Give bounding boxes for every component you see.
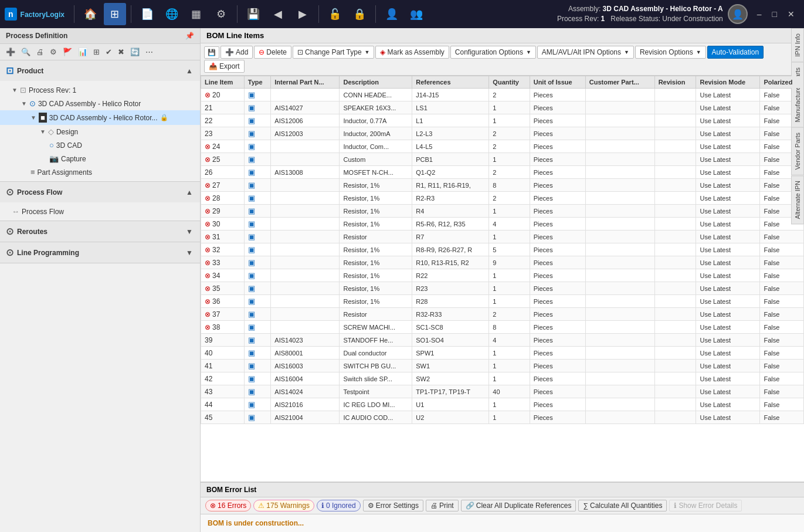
tab-alternate-ipn[interactable]: Alternate IPN [791,175,804,224]
lock-button[interactable]: 🔒 [348,3,371,25]
col-type[interactable]: Type [244,76,271,89]
table-row[interactable]: 39 ▣ AIS14023 STANDOFF He... SO1-SO4 4 P… [201,334,804,347]
close-button[interactable]: ✕ [783,7,799,21]
table-row[interactable]: ⊗ 35 ▣ Resistor, 1% R23 1 Pieces Use Lat… [201,282,804,295]
tree-process-rev[interactable]: ▼ ⊡ Process Rev: 1 [0,83,200,97]
person-button[interactable]: 👤 [381,3,403,25]
user-avatar[interactable]: 👤 [728,4,748,24]
table-row[interactable]: ⊗ 36 ▣ Resistor, 1% R28 1 Pieces Use Lat… [201,295,804,308]
table-row[interactable]: 42 ▣ AIS16004 Switch slide SP... SW2 1 P… [201,372,804,385]
col-quantity[interactable]: Quantity [489,76,530,89]
table-button[interactable]: ▦ [185,3,208,25]
filter-panel-btn[interactable]: ⚙ [48,46,59,57]
table-row[interactable]: ⊗ 32 ▣ Resistor, 1% R8-R9, R26-R27, R 5 … [201,243,804,256]
save-button[interactable]: 💾 [242,3,264,25]
bom-table-container[interactable]: Line Item Type Internal Part N... Descri… [201,76,804,482]
warnings-badge[interactable]: ⚠ 175 Warnings [253,500,314,511]
col-polarized[interactable]: Polarized [760,76,804,89]
table-row[interactable]: ⊗ 37 ▣ Resistor R32-R33 2 Pieces Use Lat… [201,308,804,321]
doc-button[interactable]: 📄 [136,3,158,25]
aml-avl-btn[interactable]: AML/AVL/Alt IPN Options ▼ [537,46,634,59]
reroutes-collapse[interactable]: ▼ [185,226,194,237]
table-row[interactable]: 43 ▣ AIS14024 Testpoint TP1-TP17, TP19-T… [201,385,804,398]
extra-panel-btn[interactable]: ⋯ [143,46,155,57]
col-unit-of-issue[interactable]: Unit of Issue [530,76,585,89]
auto-validation-btn[interactable]: Auto-Validation [707,46,764,59]
mark-assembly-btn[interactable]: ◈ Mark as Assembly [375,46,449,59]
table-row[interactable]: ⊗ 27 ▣ Resistor, 1% R1, R11, R16-R19, 8 … [201,179,804,192]
product-collapse-btn[interactable]: ▲ [185,66,194,76]
tree-design[interactable]: ▼ ◇ Design [0,125,200,138]
table-row[interactable]: 44 ▣ AIS21016 IC REG LDO MI... U1 1 Piec… [201,398,804,411]
table-row[interactable]: 21 ▣ AIS14027 SPEAKER 16X3... LS1 1 Piec… [201,101,804,114]
error-settings-btn[interactable]: ⚙ Error Settings [363,500,423,511]
pin-icon[interactable]: 📌 [185,32,194,40]
tab-ipn-info[interactable]: IPN Info [791,28,804,62]
col-description[interactable]: Description [340,76,412,89]
home-button[interactable]: 🏠 [79,3,101,25]
tree-capture[interactable]: 📷 Capture [0,152,200,165]
errors-badge[interactable]: ⊗ 16 Errors [205,500,251,511]
config-options-btn[interactable]: Configuration Options ▼ [450,46,536,59]
table-row[interactable]: 40 ▣ AIS80001 Dual conductor SPW1 1 Piec… [201,347,804,360]
search-panel-btn[interactable]: 🔍 [19,46,33,57]
tree-process-flow-item[interactable]: ↔ Process Flow [0,205,200,218]
product-section-header[interactable]: ⊡ Product ▲ [0,60,200,81]
add-bom-btn[interactable]: ➕ Add [220,46,253,59]
reroutes-header[interactable]: ⊙ Reroutes ▼ [0,221,200,242]
col-revision[interactable]: Revision [654,76,696,89]
table-row[interactable]: ⊗ 38 ▣ SCREW MACHI... SC1-SC8 8 Pieces U… [201,321,804,334]
tab-vendor-parts[interactable]: Vendor Parts [791,127,804,175]
table-row[interactable]: ⊗ 29 ▣ Resistor, 1% R4 1 Pieces Use Late… [201,205,804,218]
col-revision-mode[interactable]: Revision Mode [696,76,760,89]
globe-button[interactable]: 🌐 [161,3,183,25]
table-row[interactable]: ⊗ 33 ▣ Resistor, 1% R10, R13-R15, R2 9 P… [201,256,804,269]
back-button[interactable]: ◀ [267,3,289,25]
table-row[interactable]: 41 ▣ AIS16003 SWITCH PB GU... SW1 1 Piec… [201,360,804,372]
col-references[interactable]: References [412,76,489,89]
refresh-panel-btn[interactable]: 🔄 [128,46,142,57]
tree-assembly[interactable]: ▼ ⊙ 3D CAD Assembly - Helico Rotor [0,97,200,110]
maximize-button[interactable]: □ [768,7,782,21]
show-error-details-btn[interactable]: ℹ Show Error Details [669,500,742,511]
table-row[interactable]: 23 ▣ AIS12003 Inductor, 200mA L2-L3 2 Pi… [201,127,804,140]
table-row[interactable]: ⊗ 20 ▣ CONN HEADE... J14-J15 2 Pieces Us… [201,89,804,101]
tree-part-assignments[interactable]: ≡ Part Assignments [0,165,200,179]
table-row[interactable]: 22 ▣ AIS12006 Inductor, 0.77A L1 1 Piece… [201,114,804,127]
minimize-button[interactable]: – [752,7,766,21]
col-customer-part[interactable]: Customer Part... [585,76,654,89]
tree-assembly-item[interactable]: ▼ ■ 3D CAD Assembly - Helico Rotor... 🔒 [0,110,200,125]
forward-button[interactable]: ▶ [291,3,314,25]
add-panel-btn[interactable]: ➕ [4,46,18,57]
line-programming-header[interactable]: ⊙ Line Programming ▼ [0,242,200,263]
ignored-badge[interactable]: ℹ 0 Ignored [317,500,361,511]
revision-options-btn[interactable]: Revision Options ▼ [635,46,706,59]
expand-panel-btn[interactable]: ⊞ [91,46,102,57]
table-row[interactable]: 45 ▣ AIS21004 IC AUDIO COD... U2 1 Piece… [201,411,804,424]
x-panel-btn[interactable]: ✖ [116,46,127,57]
process-flow-collapse[interactable]: ▲ [185,187,194,198]
col-line-item[interactable]: Line Item [201,76,245,89]
line-programming-collapse[interactable]: ▼ [185,248,194,258]
table-row[interactable]: ⊗ 28 ▣ Resistor, 1% R2-R3 2 Pieces Use L… [201,192,804,205]
calculate-quantities-btn[interactable]: ∑ Calculate All Quantities [578,500,667,511]
unlock-button[interactable]: 🔓 [324,3,346,25]
print-error-btn[interactable]: 🖨 Print [426,500,459,511]
delete-bom-btn[interactable]: ⊖ Delete [254,46,291,59]
grid-button[interactable]: ⊞ [104,3,126,25]
col-internal-part[interactable]: Internal Part N... [271,76,340,89]
gear-button[interactable]: ⚙ [210,3,232,25]
check-panel-btn[interactable]: ✔ [103,46,114,57]
clear-duplicates-btn[interactable]: 🔗 Clear All Duplicate References [461,500,576,511]
table-row[interactable]: ⊗ 24 ▣ Inductor, Com... L4-L5 2 Pieces U… [201,140,804,153]
table-row[interactable]: ⊗ 25 ▣ Custom PCB1 1 Pieces Use Latest F… [201,153,804,166]
people-button[interactable]: 👥 [405,3,428,25]
table-row[interactable]: ⊗ 31 ▣ Resistor R7 1 Pieces Use Latest F… [201,231,804,243]
tree-3dcad[interactable]: ○ 3D CAD [0,138,200,152]
change-part-type-btn[interactable]: ⊡ Change Part Type ▼ [293,46,374,59]
save-bom-btn[interactable]: 💾 [204,46,219,59]
table-row[interactable]: ⊗ 34 ▣ Resistor, 1% R22 1 Pieces Use Lat… [201,269,804,282]
process-flow-header[interactable]: ⊙ Process Flow ▲ [0,182,200,202]
export-btn[interactable]: 📤 Export [204,60,245,73]
print-panel-btn[interactable]: 🖨 [34,46,46,57]
